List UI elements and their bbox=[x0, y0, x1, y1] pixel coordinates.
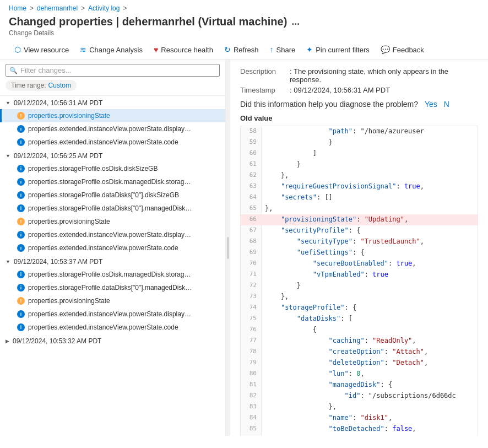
code-line: 63 "requireGuestProvisionSignal": true, bbox=[241, 181, 478, 192]
feedback-question-row: Did this information help you diagnose t… bbox=[240, 100, 478, 109]
timestamp-row: Timestamp : 09/12/2024, 10:56:31 AM PDT bbox=[240, 86, 478, 94]
code-line: 67 "securityProfile": { bbox=[241, 225, 478, 236]
change-item-text: properties.storageProfile.dataDisks["0"]… bbox=[28, 284, 193, 292]
feedback-button[interactable]: 💬 Feedback bbox=[375, 42, 430, 57]
share-button[interactable]: ↑ Share bbox=[264, 42, 301, 57]
code-line: 80 "lun": 0, bbox=[241, 369, 478, 380]
refresh-label: Refresh bbox=[234, 46, 259, 54]
panel-resize-handle[interactable] bbox=[226, 60, 230, 436]
breadcrumb-resource[interactable]: dehermanrhel bbox=[37, 4, 78, 12]
list-item[interactable]: iproperties.extended.instanceView.powerS… bbox=[0, 228, 225, 241]
view-resource-label: View resource bbox=[24, 46, 69, 54]
list-item[interactable]: iproperties.storageProfile.osDisk.diskSi… bbox=[0, 162, 225, 175]
line-content: "storageProfile": { bbox=[262, 303, 360, 314]
chevron-down-icon: ▶ bbox=[6, 338, 9, 344]
date-group: ▼09/12/2024, 10:56:25 AM PDTiproperties.… bbox=[0, 149, 225, 255]
line-content: "dataDisks": [ bbox=[262, 314, 356, 325]
timestamp-label: Timestamp bbox=[240, 86, 290, 94]
line-content: "lun": 0, bbox=[262, 369, 368, 380]
pin-current-filters-label: Pin current filters bbox=[316, 46, 370, 54]
info-icon: i bbox=[17, 310, 25, 318]
list-item[interactable]: iproperties.storageProfile.osDisk.manage… bbox=[0, 175, 225, 188]
list-item[interactable]: iproperties.storageProfile.osDisk.manage… bbox=[0, 268, 225, 281]
change-item-text: properties.extended.instanceView.powerSt… bbox=[28, 231, 193, 239]
line-content: "toBeDetached": false, bbox=[262, 424, 420, 435]
line-content: "name": "disk1", bbox=[262, 413, 395, 424]
resource-health-icon: ♥ bbox=[154, 45, 158, 54]
info-icon: i bbox=[17, 178, 25, 186]
pin-icon: ✦ bbox=[306, 45, 313, 54]
line-content: "vTpmEnabled": true bbox=[262, 269, 392, 280]
info-icon: i bbox=[17, 271, 25, 278]
feedback-yes-button[interactable]: Yes bbox=[425, 100, 437, 109]
line-number: 60 bbox=[241, 148, 262, 159]
change-item-text: properties.extended.instanceView.powerSt… bbox=[28, 323, 178, 331]
page-title-text: Changed properties | dehermanrhel (Virtu… bbox=[9, 15, 287, 28]
page-title: Changed properties | dehermanrhel (Virtu… bbox=[0, 14, 488, 28]
line-number: 58 bbox=[241, 126, 262, 137]
line-number: 74 bbox=[241, 303, 262, 314]
timestamp-value: : 09/12/2024, 10:56:31 AM PDT bbox=[290, 86, 390, 94]
resource-health-button[interactable]: ♥ Resource health bbox=[148, 42, 219, 57]
code-line: 78 "createOption": "Attach", bbox=[241, 347, 478, 358]
list-item[interactable]: iproperties.extended.instanceView.powerS… bbox=[0, 122, 225, 136]
code-line: 62 }, bbox=[241, 170, 478, 181]
list-item[interactable]: iproperties.storageProfile.dataDisks["0"… bbox=[0, 188, 225, 202]
change-item-text: properties.storageProfile.osDisk.managed… bbox=[28, 271, 193, 278]
refresh-button[interactable]: ↻ Refresh bbox=[219, 42, 264, 57]
list-item[interactable]: iproperties.extended.instanceView.powerS… bbox=[0, 136, 225, 149]
breadcrumb-home[interactable]: Home bbox=[9, 4, 26, 12]
line-number: 64 bbox=[241, 192, 262, 203]
list-item[interactable]: iproperties.storageProfile.dataDisks["0"… bbox=[0, 202, 225, 215]
line-content: "uefiSettings": { bbox=[262, 247, 368, 258]
line-content: "managedDisk": { bbox=[262, 380, 395, 391]
change-analysis-button[interactable]: ≋ Change Analysis bbox=[74, 42, 148, 57]
date-group-label: 09/12/2024, 10:56:31 AM PDT bbox=[14, 99, 102, 107]
time-range-tag[interactable]: Time range : Custom bbox=[6, 80, 77, 91]
chevron-down-icon: ▼ bbox=[6, 153, 10, 159]
date-group-header[interactable]: ▼09/12/2024, 10:56:25 AM PDT bbox=[0, 149, 225, 162]
line-number: 80 bbox=[241, 369, 262, 380]
line-number: 85 bbox=[241, 424, 262, 435]
feedback-no-button[interactable]: N bbox=[444, 100, 449, 109]
code-line: 69 "uefiSettings": { bbox=[241, 247, 478, 258]
change-item-text: properties.provisioningState bbox=[28, 297, 110, 305]
search-icon: 🔍 bbox=[9, 67, 18, 74]
warning-icon: ! bbox=[17, 218, 25, 225]
breadcrumb-activity-log[interactable]: Activity log bbox=[88, 4, 120, 12]
list-item[interactable]: iproperties.extended.instanceView.powerS… bbox=[0, 321, 225, 334]
list-item[interactable]: !properties.provisioningState bbox=[0, 215, 225, 228]
line-content: "secureBootEnabled": true, bbox=[262, 258, 420, 269]
filter-input[interactable] bbox=[20, 66, 216, 74]
pin-current-filters-button[interactable]: ✦ Pin current filters bbox=[301, 42, 375, 57]
list-item[interactable]: iproperties.storageProfile.dataDisks["0"… bbox=[0, 281, 225, 294]
code-line: 60 ] bbox=[241, 148, 478, 159]
list-item[interactable]: iproperties.extended.instanceView.powerS… bbox=[0, 241, 225, 255]
code-line: 68 "securityType": "TrustedLaunch", bbox=[241, 236, 478, 247]
feedback-question-text: Did this information help you diagnose t… bbox=[240, 100, 418, 109]
view-resource-button[interactable]: ⬡ View resource bbox=[9, 42, 74, 57]
info-icon: i bbox=[17, 244, 25, 252]
change-item-text: properties.storageProfile.dataDisks["0"]… bbox=[28, 204, 193, 212]
line-content: ] bbox=[262, 148, 320, 159]
line-content: "deleteOption": "Detach", bbox=[262, 358, 431, 369]
list-item[interactable]: !properties.provisioningState bbox=[0, 109, 225, 122]
page-title-more[interactable]: ... bbox=[291, 16, 300, 28]
filter-input-wrap: 🔍 bbox=[6, 64, 220, 77]
list-item[interactable]: iproperties.extended.instanceView.powerS… bbox=[0, 307, 225, 321]
list-item[interactable]: !properties.provisioningState bbox=[0, 294, 225, 307]
date-group-header[interactable]: ▶09/12/2024, 10:53:32 AM PDT bbox=[0, 334, 225, 347]
code-line: 85 "toBeDetached": false, bbox=[241, 424, 478, 435]
change-item-text: properties.extended.instanceView.powerSt… bbox=[28, 244, 178, 252]
date-group-header[interactable]: ▼09/12/2024, 10:56:31 AM PDT bbox=[0, 96, 225, 109]
left-panel: 🔍 Time range : Custom ▼09/12/2024, 10:56… bbox=[0, 60, 226, 436]
code-line: 86 "writeAcceleratorEnabled": false bbox=[241, 435, 478, 436]
line-content: "writeAcceleratorEnabled": false bbox=[262, 435, 459, 436]
chevron-down-icon: ▼ bbox=[6, 100, 10, 106]
line-content: } bbox=[262, 137, 336, 148]
code-line: 64 "secrets": [] bbox=[241, 192, 478, 203]
date-group-header[interactable]: ▼09/12/2024, 10:53:37 AM PDT bbox=[0, 255, 225, 268]
view-resource-icon: ⬡ bbox=[14, 45, 21, 54]
feedback-icon: 💬 bbox=[381, 45, 390, 54]
info-icon: i bbox=[17, 165, 25, 172]
